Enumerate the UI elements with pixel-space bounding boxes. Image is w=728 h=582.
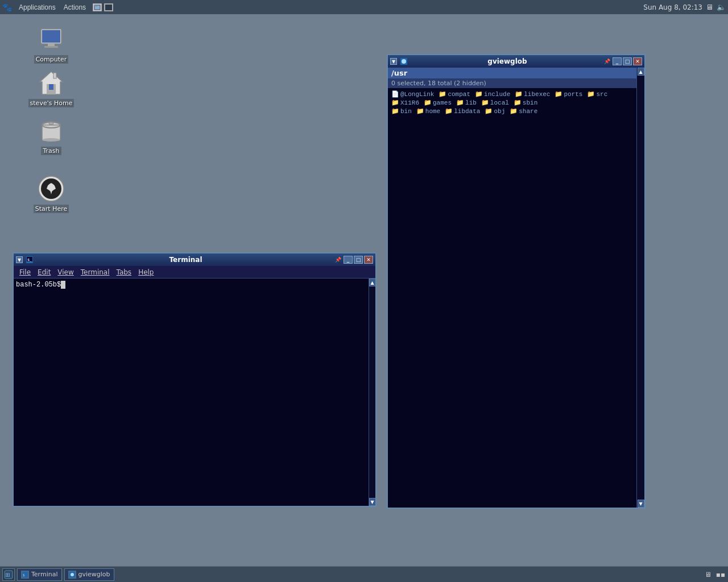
gviewglob-item-libexec[interactable]: 📁 libexec	[515, 90, 550, 98]
terminal-menubar: File Edit View Terminal Tabs Help	[14, 266, 375, 278]
svg-rect-9	[53, 73, 56, 78]
terminal-minimize-btn[interactable]: _	[344, 256, 353, 264]
computer-label: Computer	[34, 55, 69, 64]
terminal-cursor	[61, 281, 65, 289]
gviewglob-item-sbin[interactable]: 📁 sbin	[514, 99, 537, 106]
starthere-icon	[38, 175, 65, 202]
gnome-foot-icon: 🐾	[2, 3, 12, 12]
folder-icon-longlink: 📄	[391, 90, 399, 98]
folder-icon-obj: 📁	[485, 107, 493, 115]
taskbar-item-terminal[interactable]: $ Terminal	[17, 568, 62, 581]
gviewglob-item-obj[interactable]: 📁 obj	[485, 107, 505, 115]
terminal-maximize-btn[interactable]: □	[354, 256, 363, 264]
scrollbar-track[interactable]	[369, 286, 375, 498]
gviewglob-item-libdata[interactable]: 📁 libdata	[445, 107, 480, 115]
taskbar-terminal-label: Terminal	[31, 571, 58, 578]
panel-left: 🐾 Applications Actions	[2, 2, 113, 13]
gviewglob-minimize-btn[interactable]: _	[613, 57, 622, 65]
applications-menu[interactable]: Applications	[15, 2, 59, 13]
gviewglob-item-home[interactable]: 📁 home	[416, 107, 440, 115]
svg-text:$_: $_	[27, 257, 31, 262]
terminal-content[interactable]: bash-2.05b$ ▲ ▼	[14, 278, 375, 506]
gviewglob-item-local[interactable]: 📁 local	[481, 99, 509, 106]
terminal-scrollbar[interactable]: ▲ ▼	[369, 278, 375, 506]
panel-right: Sun Aug 8, 02:13 🖥 🔈	[643, 3, 726, 11]
terminal-menu-edit[interactable]: Edit	[34, 267, 54, 277]
terminal-menu-terminal[interactable]: Terminal	[77, 267, 113, 277]
gviewglob-item-games[interactable]: 📁 games	[424, 99, 452, 106]
home-icon	[38, 69, 65, 97]
trash-label: Trash	[41, 147, 61, 155]
svg-text:$: $	[23, 573, 25, 577]
desktop-icon-computer[interactable]: Computer	[23, 26, 80, 64]
folder-icon-sbin: 📁	[514, 99, 522, 106]
terminal-title-icon: $_	[25, 255, 34, 264]
folder-icon-x11r6: 📁	[391, 99, 399, 106]
trash-icon	[38, 117, 65, 144]
gviewglob-item-share[interactable]: 📁 share	[510, 107, 537, 115]
folder-icon-home: 📁	[416, 107, 424, 115]
gviewglob-dir-header: /usr	[388, 68, 644, 78]
folder-icon-libexec: 📁	[515, 90, 523, 98]
terminal-titlebar[interactable]: ▼ $_ Terminal 📌 _ □ ✕	[14, 253, 375, 266]
top-panel: 🐾 Applications Actions Sun Aug 8, 02:13 …	[0, 0, 728, 14]
terminal-menu-view[interactable]: View	[54, 267, 77, 277]
gviewglob-item-longlink[interactable]: 📄 @LongLink	[391, 90, 434, 98]
folder-icon-share: 📁	[510, 107, 518, 115]
folder-icon-local: 📁	[481, 99, 489, 106]
taskbar-app-icon[interactable]: ⊞	[2, 568, 15, 581]
terminal-prompt-line: bash-2.05b$	[16, 281, 367, 289]
terminal-menu-file[interactable]: File	[16, 267, 34, 277]
gviewglob-item-bin[interactable]: 📁 bin	[391, 107, 412, 115]
terminal-body[interactable]: bash-2.05b$	[14, 278, 375, 506]
terminal-close-btn[interactable]: ✕	[364, 256, 373, 264]
svg-point-28	[71, 573, 74, 576]
gviewglob-scroll-down[interactable]: ▼	[638, 500, 644, 508]
terminal-dropdown-btn[interactable]: ▼	[16, 256, 23, 263]
monitor-tray-icon: 🖥	[706, 3, 713, 11]
gviewglob-maximize-btn[interactable]: □	[623, 57, 632, 65]
taskbar-terminal-icon: $	[21, 571, 29, 579]
gviewglob-item-src[interactable]: 📁 src	[587, 90, 607, 98]
folder-icon-bin: 📁	[391, 107, 399, 115]
gviewglob-row-2: 📁 X11R6 📁 games 📁 lib 📁 local 📁 s	[391, 99, 635, 106]
gviewglob-item-x11r6[interactable]: 📁 X11R6	[391, 99, 419, 106]
scrollbar-up-arrow[interactable]: ▲	[369, 278, 376, 286]
taskbar-tray-speaker[interactable]: ▪▪	[715, 569, 726, 580]
gviewglob-item-lib[interactable]: 📁 lib	[456, 99, 477, 106]
taskbar-tray-monitor[interactable]: 🖥	[703, 569, 713, 580]
panel-square-icon[interactable]	[104, 3, 113, 11]
gviewglob-item-include[interactable]: 📁 include	[475, 90, 510, 98]
gviewglob-close-btn[interactable]: ✕	[633, 57, 642, 65]
gviewglob-sticky-icon: 📌	[604, 59, 610, 64]
actions-menu[interactable]: Actions	[60, 2, 89, 13]
gviewglob-body[interactable]: 📄 @LongLink 📁 compat 📁 include 📁 libexec…	[388, 88, 644, 508]
desktop-icon-starthere[interactable]: Start Here	[23, 175, 80, 213]
desktop-icon-home[interactable]: steve's Home	[23, 69, 80, 107]
terminal-menu-tabs[interactable]: Tabs	[113, 267, 135, 277]
gviewglob-row-3: 📁 bin 📁 home 📁 libdata 📁 obj 📁 sh	[391, 107, 635, 115]
gviewglob-item-ports[interactable]: 📁 ports	[555, 90, 582, 98]
terminal-menu-help[interactable]: Help	[135, 267, 157, 277]
scrollbar-down-arrow[interactable]: ▼	[369, 498, 376, 506]
gviewglob-scrollbar[interactable]: ▲ ▼	[636, 68, 644, 508]
terminal-prompt-text: bash-2.05b$	[16, 281, 61, 289]
taskbar-right: 🖥 ▪▪	[703, 569, 726, 580]
taskbar-item-gviewglob[interactable]: gviewglob	[64, 568, 114, 581]
svg-text:⊞: ⊞	[5, 572, 10, 578]
gviewglob-titlebar[interactable]: ▼ gviewglob 📌 _ □ ✕	[388, 55, 644, 68]
svg-rect-4	[48, 44, 55, 46]
svg-rect-5	[44, 46, 58, 48]
terminal-window: ▼ $_ Terminal 📌 _ □ ✕ File Edit View Ter…	[13, 252, 377, 507]
file-manager-icon[interactable]	[93, 3, 102, 11]
datetime-display: Sun Aug 8, 02:13	[643, 3, 702, 11]
svg-rect-3	[42, 30, 60, 43]
taskbar-gviewglob-label: gviewglob	[78, 571, 110, 578]
gviewglob-content[interactable]: /usr 0 selected, 18 total (2 hidden) 📄 @…	[388, 68, 644, 508]
gviewglob-scroll-track[interactable]	[637, 76, 644, 500]
gviewglob-item-compat[interactable]: 📁 compat	[439, 90, 470, 98]
folder-icon-libdata: 📁	[445, 107, 453, 115]
gviewglob-scroll-up[interactable]: ▲	[638, 68, 644, 76]
desktop-icon-trash[interactable]: Trash	[23, 117, 80, 155]
gviewglob-dropdown-btn[interactable]: ▼	[390, 58, 397, 65]
